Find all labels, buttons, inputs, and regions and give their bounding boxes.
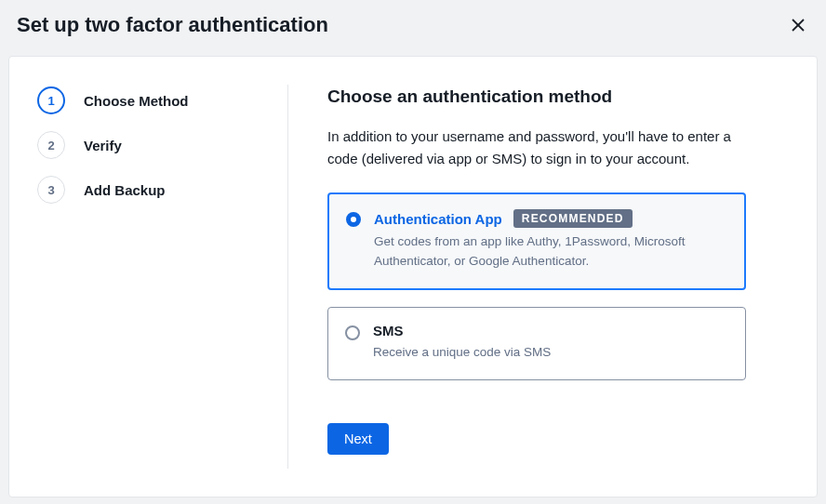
option-authentication-app[interactable]: Authentication App RECOMMENDED Get codes… <box>327 192 746 290</box>
modal-title: Set up two factor authentication <box>17 13 328 37</box>
step-number-circle: 2 <box>37 131 65 159</box>
option-title: Authentication App <box>374 211 502 227</box>
option-title: SMS <box>373 323 404 338</box>
setup-card: 1 Choose Method 2 Verify 3 Add Backup Ch… <box>8 56 818 497</box>
next-button[interactable]: Next <box>327 423 389 455</box>
radio-icon <box>345 325 360 340</box>
content-description: In addition to your username and passwor… <box>327 126 755 170</box>
option-body: Authentication App RECOMMENDED Get codes… <box>374 209 727 272</box>
content-column: Choose an authentication method In addit… <box>288 85 789 469</box>
option-description: Receive a unique code via SMS <box>373 343 708 363</box>
close-icon <box>791 18 806 33</box>
option-title-row: SMS <box>373 323 728 338</box>
option-title-row: Authentication App RECOMMENDED <box>374 209 727 228</box>
step-add-backup[interactable]: 3 Add Backup <box>37 176 269 204</box>
option-description: Get codes from an app like Authy, 1Passw… <box>374 232 709 272</box>
step-verify[interactable]: 2 Verify <box>37 131 269 159</box>
step-number-circle: 3 <box>37 176 65 204</box>
option-body: SMS Receive a unique code via SMS <box>373 323 728 363</box>
step-label: Choose Method <box>84 93 189 109</box>
option-sms[interactable]: SMS Receive a unique code via SMS <box>327 307 746 380</box>
step-choose-method[interactable]: 1 Choose Method <box>37 86 269 114</box>
recommended-badge: RECOMMENDED <box>513 209 633 228</box>
radio-icon <box>346 212 361 227</box>
close-button[interactable] <box>787 14 809 36</box>
step-label: Add Backup <box>84 182 166 198</box>
content-heading: Choose an authentication method <box>327 86 789 107</box>
step-number-circle: 1 <box>37 86 65 114</box>
modal-header: Set up two factor authentication <box>0 0 826 50</box>
step-label: Verify <box>84 138 122 153</box>
stepper-column: 1 Choose Method 2 Verify 3 Add Backup <box>37 85 288 469</box>
